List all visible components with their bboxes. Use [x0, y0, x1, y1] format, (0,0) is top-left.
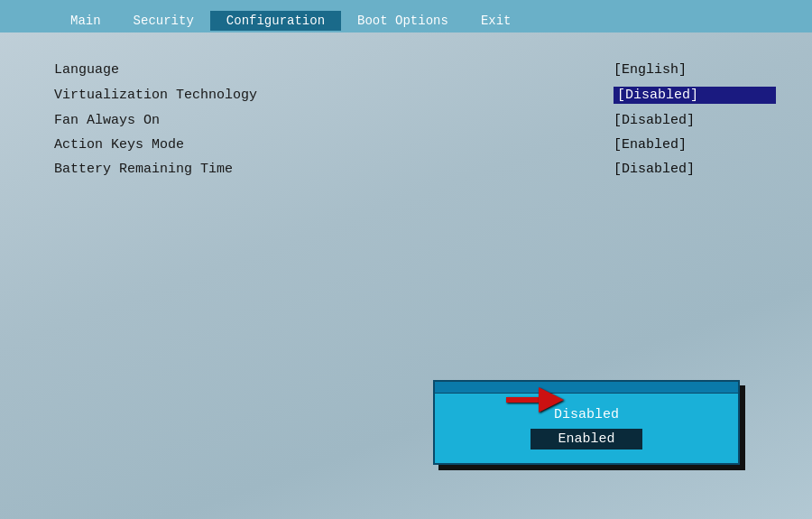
- content-area: Language[English]Virtualization Technolo…: [0, 32, 812, 519]
- popup-option-enabled[interactable]: Enabled: [531, 429, 641, 449]
- menu-item-security[interactable]: Security: [117, 11, 210, 31]
- setting-row: Action Keys Mode[Enabled]: [54, 133, 776, 157]
- popup-option-row: Enabled: [453, 429, 720, 449]
- popup-overlay: DisabledEnabled: [433, 380, 740, 465]
- setting-value: [Disabled]: [614, 113, 776, 128]
- menu-bar: MainSecurityConfigurationBoot OptionsExi…: [0, 9, 812, 32]
- setting-label: Virtualization Technology: [54, 88, 307, 103]
- menu-item-main[interactable]: Main: [54, 11, 117, 31]
- setting-value: [English]: [614, 62, 776, 78]
- setting-label: Action Keys Mode: [54, 137, 307, 153]
- setting-value: [Enabled]: [614, 137, 776, 153]
- setting-row: Battery Remaining Time[Disabled]: [54, 157, 776, 181]
- setting-value[interactable]: [Disabled]: [614, 87, 776, 104]
- menu-item-configuration[interactable]: Configuration: [210, 11, 341, 31]
- settings-table: Language[English]Virtualization Technolo…: [54, 58, 776, 181]
- menu-item-boot-options[interactable]: Boot Options: [341, 11, 465, 31]
- setting-row: Language[English]: [54, 58, 776, 82]
- arrow-indicator: [506, 387, 564, 412]
- setting-row: Virtualization Technology[Disabled]: [54, 82, 776, 108]
- menu-item-exit[interactable]: Exit: [465, 11, 528, 31]
- setting-label: Fan Always On: [54, 113, 307, 128]
- setting-label: Language: [54, 62, 307, 78]
- bios-screen: MainSecurityConfigurationBoot OptionsExi…: [0, 0, 812, 519]
- arrow-head: [539, 387, 564, 412]
- popup-option-row: Disabled: [453, 403, 720, 426]
- popup-dialog: DisabledEnabled: [433, 380, 740, 465]
- setting-label: Battery Remaining Time: [54, 162, 307, 177]
- popup-options: DisabledEnabled: [435, 394, 738, 463]
- arrow-shaft: [506, 397, 540, 403]
- setting-row: Fan Always On[Disabled]: [54, 108, 776, 133]
- setting-value: [Disabled]: [614, 162, 776, 177]
- title-bar: [0, 0, 812, 9]
- popup-title: [435, 382, 738, 394]
